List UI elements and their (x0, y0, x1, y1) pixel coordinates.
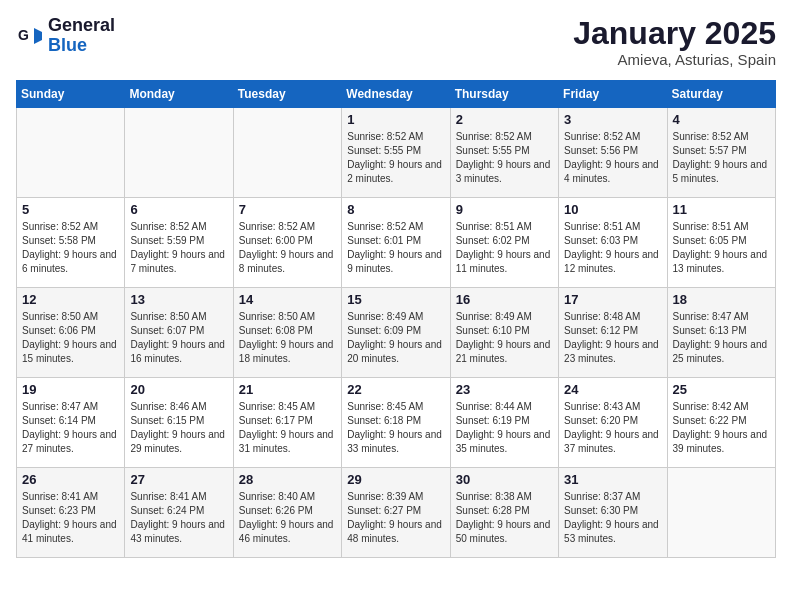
calendar-week-row: 19Sunrise: 8:47 AM Sunset: 6:14 PM Dayli… (17, 378, 776, 468)
calendar-cell: 15Sunrise: 8:49 AM Sunset: 6:09 PM Dayli… (342, 288, 450, 378)
day-number: 3 (564, 112, 661, 127)
day-number: 18 (673, 292, 770, 307)
calendar-cell: 21Sunrise: 8:45 AM Sunset: 6:17 PM Dayli… (233, 378, 341, 468)
svg-marker-1 (34, 28, 42, 44)
calendar-cell: 17Sunrise: 8:48 AM Sunset: 6:12 PM Dayli… (559, 288, 667, 378)
calendar-cell (17, 108, 125, 198)
day-detail: Sunrise: 8:40 AM Sunset: 6:26 PM Dayligh… (239, 490, 336, 546)
day-number: 22 (347, 382, 444, 397)
calendar-cell: 3Sunrise: 8:52 AM Sunset: 5:56 PM Daylig… (559, 108, 667, 198)
day-detail: Sunrise: 8:50 AM Sunset: 6:06 PM Dayligh… (22, 310, 119, 366)
day-number: 5 (22, 202, 119, 217)
calendar-table: SundayMondayTuesdayWednesdayThursdayFrid… (16, 80, 776, 558)
day-detail: Sunrise: 8:50 AM Sunset: 6:07 PM Dayligh… (130, 310, 227, 366)
day-detail: Sunrise: 8:52 AM Sunset: 5:55 PM Dayligh… (347, 130, 444, 186)
day-detail: Sunrise: 8:38 AM Sunset: 6:28 PM Dayligh… (456, 490, 553, 546)
logo: G General Blue (16, 16, 115, 56)
calendar-cell (667, 468, 775, 558)
day-detail: Sunrise: 8:52 AM Sunset: 5:57 PM Dayligh… (673, 130, 770, 186)
logo-blue-text: Blue (48, 35, 87, 55)
day-number: 4 (673, 112, 770, 127)
day-number: 26 (22, 472, 119, 487)
day-detail: Sunrise: 8:49 AM Sunset: 6:10 PM Dayligh… (456, 310, 553, 366)
day-number: 28 (239, 472, 336, 487)
location: Amieva, Asturias, Spain (573, 51, 776, 68)
weekday-header-row: SundayMondayTuesdayWednesdayThursdayFrid… (17, 81, 776, 108)
day-detail: Sunrise: 8:52 AM Sunset: 6:01 PM Dayligh… (347, 220, 444, 276)
day-number: 12 (22, 292, 119, 307)
weekday-header-thursday: Thursday (450, 81, 558, 108)
weekday-header-sunday: Sunday (17, 81, 125, 108)
day-number: 7 (239, 202, 336, 217)
day-detail: Sunrise: 8:52 AM Sunset: 5:59 PM Dayligh… (130, 220, 227, 276)
day-detail: Sunrise: 8:47 AM Sunset: 6:13 PM Dayligh… (673, 310, 770, 366)
day-number: 21 (239, 382, 336, 397)
calendar-cell: 28Sunrise: 8:40 AM Sunset: 6:26 PM Dayli… (233, 468, 341, 558)
day-number: 30 (456, 472, 553, 487)
calendar-cell (125, 108, 233, 198)
calendar-cell: 30Sunrise: 8:38 AM Sunset: 6:28 PM Dayli… (450, 468, 558, 558)
calendar-cell: 19Sunrise: 8:47 AM Sunset: 6:14 PM Dayli… (17, 378, 125, 468)
logo-general-text: General (48, 15, 115, 35)
svg-text:G: G (18, 27, 29, 43)
day-detail: Sunrise: 8:48 AM Sunset: 6:12 PM Dayligh… (564, 310, 661, 366)
day-number: 2 (456, 112, 553, 127)
calendar-cell: 20Sunrise: 8:46 AM Sunset: 6:15 PM Dayli… (125, 378, 233, 468)
weekday-header-tuesday: Tuesday (233, 81, 341, 108)
calendar-cell: 14Sunrise: 8:50 AM Sunset: 6:08 PM Dayli… (233, 288, 341, 378)
day-number: 9 (456, 202, 553, 217)
day-number: 24 (564, 382, 661, 397)
day-number: 17 (564, 292, 661, 307)
calendar-cell: 13Sunrise: 8:50 AM Sunset: 6:07 PM Dayli… (125, 288, 233, 378)
day-number: 8 (347, 202, 444, 217)
day-number: 25 (673, 382, 770, 397)
day-number: 19 (22, 382, 119, 397)
day-detail: Sunrise: 8:51 AM Sunset: 6:05 PM Dayligh… (673, 220, 770, 276)
calendar-cell: 12Sunrise: 8:50 AM Sunset: 6:06 PM Dayli… (17, 288, 125, 378)
day-detail: Sunrise: 8:43 AM Sunset: 6:20 PM Dayligh… (564, 400, 661, 456)
day-detail: Sunrise: 8:45 AM Sunset: 6:17 PM Dayligh… (239, 400, 336, 456)
calendar-cell: 7Sunrise: 8:52 AM Sunset: 6:00 PM Daylig… (233, 198, 341, 288)
calendar-header: SundayMondayTuesdayWednesdayThursdayFrid… (17, 81, 776, 108)
calendar-cell: 24Sunrise: 8:43 AM Sunset: 6:20 PM Dayli… (559, 378, 667, 468)
calendar-cell: 27Sunrise: 8:41 AM Sunset: 6:24 PM Dayli… (125, 468, 233, 558)
logo-icon: G (16, 22, 44, 50)
day-number: 27 (130, 472, 227, 487)
calendar-cell: 9Sunrise: 8:51 AM Sunset: 6:02 PM Daylig… (450, 198, 558, 288)
day-number: 15 (347, 292, 444, 307)
day-detail: Sunrise: 8:52 AM Sunset: 6:00 PM Dayligh… (239, 220, 336, 276)
calendar-body: 1Sunrise: 8:52 AM Sunset: 5:55 PM Daylig… (17, 108, 776, 558)
calendar-cell: 8Sunrise: 8:52 AM Sunset: 6:01 PM Daylig… (342, 198, 450, 288)
calendar-cell: 1Sunrise: 8:52 AM Sunset: 5:55 PM Daylig… (342, 108, 450, 198)
calendar-cell: 10Sunrise: 8:51 AM Sunset: 6:03 PM Dayli… (559, 198, 667, 288)
calendar-cell: 29Sunrise: 8:39 AM Sunset: 6:27 PM Dayli… (342, 468, 450, 558)
calendar-cell: 16Sunrise: 8:49 AM Sunset: 6:10 PM Dayli… (450, 288, 558, 378)
day-detail: Sunrise: 8:37 AM Sunset: 6:30 PM Dayligh… (564, 490, 661, 546)
day-detail: Sunrise: 8:41 AM Sunset: 6:24 PM Dayligh… (130, 490, 227, 546)
day-detail: Sunrise: 8:47 AM Sunset: 6:14 PM Dayligh… (22, 400, 119, 456)
calendar-cell: 11Sunrise: 8:51 AM Sunset: 6:05 PM Dayli… (667, 198, 775, 288)
day-number: 20 (130, 382, 227, 397)
day-number: 14 (239, 292, 336, 307)
calendar-cell: 22Sunrise: 8:45 AM Sunset: 6:18 PM Dayli… (342, 378, 450, 468)
day-detail: Sunrise: 8:49 AM Sunset: 6:09 PM Dayligh… (347, 310, 444, 366)
day-detail: Sunrise: 8:41 AM Sunset: 6:23 PM Dayligh… (22, 490, 119, 546)
calendar-cell: 23Sunrise: 8:44 AM Sunset: 6:19 PM Dayli… (450, 378, 558, 468)
calendar-cell: 6Sunrise: 8:52 AM Sunset: 5:59 PM Daylig… (125, 198, 233, 288)
calendar-cell: 5Sunrise: 8:52 AM Sunset: 5:58 PM Daylig… (17, 198, 125, 288)
month-title: January 2025 (573, 16, 776, 51)
day-detail: Sunrise: 8:42 AM Sunset: 6:22 PM Dayligh… (673, 400, 770, 456)
calendar-cell: 18Sunrise: 8:47 AM Sunset: 6:13 PM Dayli… (667, 288, 775, 378)
calendar-cell: 26Sunrise: 8:41 AM Sunset: 6:23 PM Dayli… (17, 468, 125, 558)
day-detail: Sunrise: 8:51 AM Sunset: 6:02 PM Dayligh… (456, 220, 553, 276)
day-number: 23 (456, 382, 553, 397)
day-detail: Sunrise: 8:50 AM Sunset: 6:08 PM Dayligh… (239, 310, 336, 366)
weekday-header-monday: Monday (125, 81, 233, 108)
day-detail: Sunrise: 8:52 AM Sunset: 5:58 PM Dayligh… (22, 220, 119, 276)
day-detail: Sunrise: 8:52 AM Sunset: 5:56 PM Dayligh… (564, 130, 661, 186)
calendar-week-row: 5Sunrise: 8:52 AM Sunset: 5:58 PM Daylig… (17, 198, 776, 288)
day-detail: Sunrise: 8:44 AM Sunset: 6:19 PM Dayligh… (456, 400, 553, 456)
calendar-cell: 31Sunrise: 8:37 AM Sunset: 6:30 PM Dayli… (559, 468, 667, 558)
day-number: 29 (347, 472, 444, 487)
day-number: 13 (130, 292, 227, 307)
